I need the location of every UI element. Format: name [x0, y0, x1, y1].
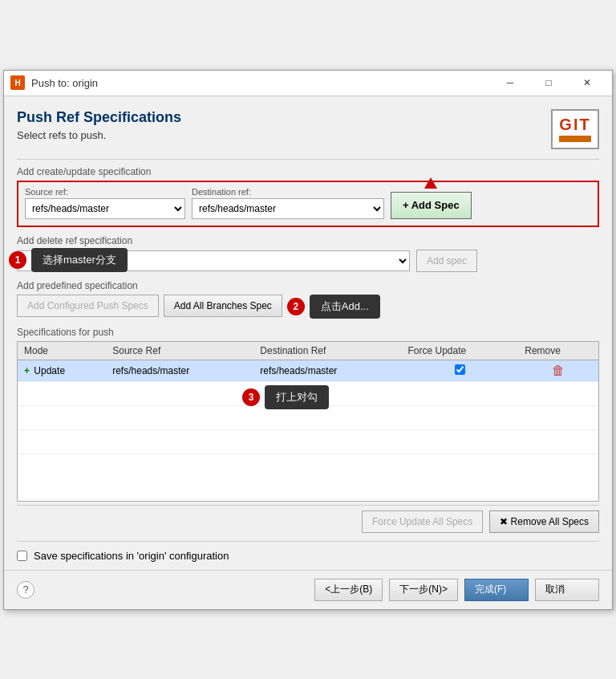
- force-update-checkbox[interactable]: [455, 364, 465, 375]
- specs-header-row: Mode Source Ref Destination Ref Force Up…: [18, 342, 598, 360]
- delete-section-label: Add delete ref specification: [17, 235, 599, 246]
- remove-all-specs-button[interactable]: ✖ Remove All Specs: [489, 510, 599, 533]
- dest-ref-select[interactable]: refs/heads/master: [192, 198, 384, 219]
- specs-table-container: Mode Source Ref Destination Ref Force Up…: [17, 341, 599, 502]
- create-update-group: Source ref: refs/heads/master Destinatio…: [17, 181, 599, 227]
- cell-remove[interactable]: 🗑: [518, 360, 598, 381]
- titlebar: H Push to: origin ─ □ ✕: [4, 71, 612, 96]
- force-update-all-specs-button[interactable]: Force Update All Specs: [362, 510, 483, 533]
- annotation-3-wrapper: 3 打上对勾: [242, 385, 329, 409]
- table-row-empty-1: 3 打上对勾: [18, 381, 598, 405]
- source-ref-label: Source ref:: [25, 187, 185, 197]
- badge-3: 3: [242, 388, 260, 406]
- predefined-label: Add predefined specification: [17, 280, 599, 291]
- minimize-button[interactable]: ─: [492, 70, 529, 96]
- maximize-button[interactable]: □: [530, 70, 567, 96]
- col-dest-ref: Destination Ref: [253, 342, 401, 360]
- col-remove: Remove: [518, 342, 598, 360]
- source-field-group: Source ref: refs/heads/master: [25, 187, 185, 219]
- predefined-buttons-row: Add Configured Push Specs Add All Branch…: [17, 295, 599, 319]
- tooltip-2: 点击Add...: [310, 295, 380, 319]
- annotation-2-wrapper: 2 点击Add...: [287, 295, 380, 319]
- git-logo-text: GIT: [559, 116, 590, 134]
- specs-table-header: Mode Source Ref Destination Ref Force Up…: [18, 342, 598, 360]
- add-spec-button[interactable]: + Add Spec: [391, 192, 472, 219]
- specs-table-body: + Update refs/heads/master refs/heads/ma…: [18, 360, 598, 453]
- table-row-empty-2: [18, 405, 598, 429]
- create-update-label: Add create/update specification: [17, 166, 599, 177]
- help-button[interactable]: ?: [17, 581, 34, 599]
- delete-row: 1 选择master分支 Add spec: [17, 250, 599, 272]
- specs-table: Mode Source Ref Destination Ref Force Up…: [18, 342, 598, 454]
- col-source-ref: Source Ref: [106, 342, 253, 360]
- main-content: Push Ref Specifications Select refs to p…: [4, 96, 612, 570]
- col-force-update: Force Update: [401, 342, 518, 360]
- save-checkbox-row: Save specifications in 'origin' configur…: [17, 541, 599, 570]
- specs-section: Specifications for push Mode Source Ref …: [17, 327, 599, 538]
- header-divider: [17, 159, 599, 160]
- source-ref-select[interactable]: refs/heads/master: [25, 198, 185, 219]
- create-update-section: Add create/update specification Source r…: [17, 166, 599, 227]
- main-window: H Push to: origin ─ □ ✕ Push Ref Specifi…: [3, 70, 613, 610]
- git-logo-decoration: [559, 136, 591, 142]
- add-delete-spec-button[interactable]: Add spec: [416, 250, 477, 272]
- save-specs-checkbox[interactable]: [17, 551, 27, 561]
- back-button[interactable]: <上一步(B): [314, 579, 383, 601]
- annotation-1: 1 选择master分支: [9, 248, 128, 272]
- badge-2: 2: [287, 298, 305, 315]
- table-row: + Update refs/heads/master refs/heads/ma…: [18, 360, 598, 381]
- header-section: Push Ref Specifications Select refs to p…: [17, 109, 599, 149]
- tooltip-1: 选择master分支: [31, 248, 128, 272]
- dest-field-group: Destination ref: refs/heads/master: [192, 187, 384, 219]
- badge-1: 1: [9, 251, 26, 269]
- predefined-section: Add predefined specification Add Configu…: [17, 280, 599, 319]
- col-mode: Mode: [18, 342, 106, 360]
- app-icon: H: [10, 75, 25, 90]
- save-specs-label: Save specifications in 'origin' configur…: [34, 550, 229, 562]
- git-logo: GIT: [551, 109, 599, 149]
- add-configured-push-specs-button[interactable]: Add Configured Push Specs: [17, 295, 159, 317]
- add-all-branches-spec-button[interactable]: Add All Branches Spec: [164, 295, 282, 317]
- page-title: Push Ref Specifications: [17, 109, 181, 126]
- cell-source-ref: refs/heads/master: [106, 360, 253, 381]
- header-text: Push Ref Specifications Select refs to p…: [17, 109, 181, 141]
- add-spec-wrapper: + Add Spec: [391, 192, 472, 219]
- tooltip-3: 打上对勾: [265, 385, 329, 409]
- dest-ref-label: Destination ref:: [192, 187, 384, 197]
- close-button[interactable]: ✕: [569, 70, 606, 96]
- cancel-button[interactable]: 取消: [535, 579, 599, 601]
- table-row-empty-3: [18, 429, 598, 453]
- next-button[interactable]: 下一步(N)>: [389, 579, 458, 601]
- delete-row-icon[interactable]: 🗑: [552, 364, 565, 377]
- cell-mode: + Update: [18, 360, 106, 381]
- page-subtitle: Select refs to push.: [17, 129, 181, 141]
- add-spec-arrow: [424, 177, 437, 189]
- finish-button[interactable]: 完成(F): [464, 579, 529, 601]
- specs-title: Specifications for push: [17, 327, 599, 338]
- window-controls: ─ □ ✕: [492, 70, 606, 96]
- cell-force-update[interactable]: [401, 360, 518, 381]
- footer: ? <上一步(B) 下一步(N)> 完成(F) 取消: [4, 570, 612, 609]
- mode-text: Update: [34, 365, 65, 376]
- window-title: Push to: origin: [31, 77, 492, 89]
- delete-section: Add delete ref specification 1 选择master分…: [17, 235, 599, 272]
- bottom-actions: Force Update All Specs ✖ Remove All Spec…: [17, 505, 599, 538]
- cell-dest-ref: refs/heads/master: [253, 360, 401, 381]
- mode-icon: +: [24, 365, 30, 376]
